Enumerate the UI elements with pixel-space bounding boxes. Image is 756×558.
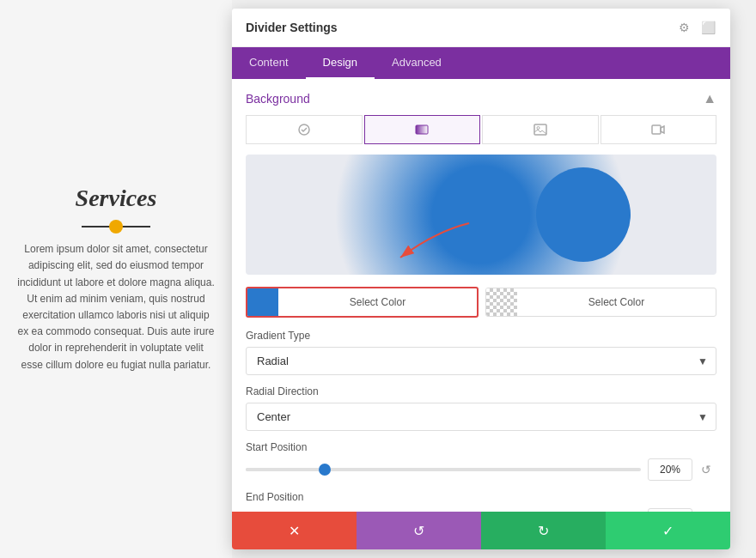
background-section: Background ▲ — [232, 79, 730, 512]
tab-design[interactable]: Design — [306, 47, 375, 79]
start-position-fill — [246, 468, 325, 471]
gradient-type-label: Gradient Type — [246, 330, 716, 342]
cancel-button[interactable]: ✕ — [232, 512, 357, 549]
radial-direction-select-wrapper: Center ▼ — [246, 403, 716, 431]
services-title: Services — [76, 185, 157, 212]
preview-circle — [536, 167, 631, 262]
services-divider — [82, 226, 150, 227]
gradient-preview — [246, 155, 716, 275]
bg-type-gradient[interactable] — [364, 115, 481, 144]
left-panel: Services Lorem ipsum dolor sit amet, con… — [0, 0, 232, 558]
bg-type-video[interactable] — [601, 115, 717, 144]
tab-advanced[interactable]: Advanced — [375, 47, 459, 79]
settings-footer: ✕ ↺ ↻ ✓ — [232, 512, 730, 549]
end-position-label: End Position — [246, 491, 716, 503]
bg-type-color[interactable] — [246, 115, 363, 144]
background-title: Background — [246, 92, 310, 106]
settings-content: Background ▲ — [232, 79, 730, 512]
svg-rect-4 — [652, 125, 661, 134]
gradient-type-select-wrapper: Radial ▼ — [246, 347, 716, 375]
background-toggle[interactable]: ▲ — [703, 91, 716, 106]
color-swatch-right — [486, 288, 517, 316]
services-dot — [109, 220, 123, 234]
select-color-label-left: Select Color — [278, 296, 477, 308]
gradient-type-group: Gradient Type Radial ▼ — [246, 330, 716, 375]
start-position-group: Start Position ↺ — [246, 441, 716, 481]
color-picker-right[interactable]: Select Color — [485, 288, 716, 317]
svg-rect-2 — [534, 124, 546, 135]
radial-direction-select[interactable]: Center — [246, 403, 716, 431]
start-position-reset[interactable]: ↺ — [696, 459, 716, 480]
bg-type-image[interactable] — [482, 115, 599, 144]
header-icons: ⚙ ⬜ — [675, 19, 716, 36]
expand-icon[interactable]: ⬜ — [699, 19, 716, 36]
svg-rect-1 — [416, 125, 428, 134]
tabs-bar: Content Design Advanced — [232, 47, 730, 79]
radial-direction-group: Radial Direction Center ▼ — [246, 385, 716, 431]
redo-button[interactable]: ↻ — [481, 512, 606, 549]
gradient-type-select[interactable]: Radial — [246, 347, 716, 375]
start-position-track[interactable] — [246, 468, 641, 471]
start-position-input[interactable] — [648, 458, 692, 481]
gradient-visual — [246, 155, 716, 275]
color-pickers-row: Select Color Select Color — [246, 287, 716, 318]
end-position-group: End Position ↺ — [246, 491, 716, 512]
color-swatch-left — [247, 288, 278, 316]
reset-button[interactable]: ↺ — [357, 512, 481, 549]
start-position-value-box: ↺ — [648, 458, 716, 481]
select-color-label-right: Select Color — [517, 296, 716, 308]
color-picker-left[interactable]: Select Color — [246, 287, 479, 318]
settings-icon[interactable]: ⚙ — [675, 19, 692, 36]
start-position-thumb[interactable] — [319, 464, 331, 476]
background-section-header[interactable]: Background ▲ — [246, 79, 716, 115]
save-button[interactable]: ✓ — [606, 512, 730, 549]
svg-point-3 — [537, 127, 540, 130]
settings-panel-title: Divider Settings — [246, 21, 338, 34]
radial-direction-label: Radial Direction — [246, 385, 716, 397]
start-position-slider-row: ↺ — [246, 458, 716, 481]
settings-panel: Divider Settings ⚙ ⬜ Content Design Adva… — [232, 9, 730, 549]
services-text: Lorem ipsum dolor sit amet, consectetur … — [17, 241, 215, 373]
start-position-label: Start Position — [246, 441, 716, 453]
bg-type-tabs — [246, 115, 716, 144]
tab-content[interactable]: Content — [232, 47, 306, 79]
settings-header: Divider Settings ⚙ ⬜ — [232, 9, 730, 47]
